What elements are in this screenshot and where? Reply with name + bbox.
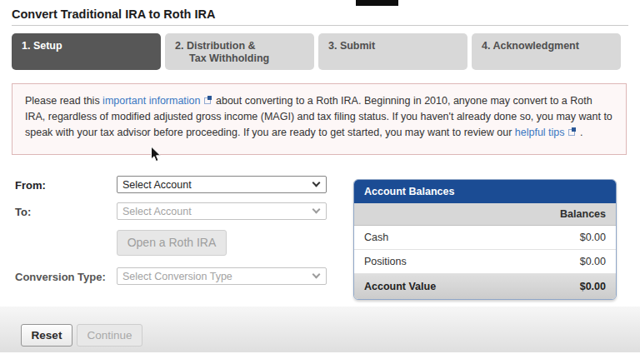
from-label: From: <box>15 179 46 192</box>
account-balances-title: Account Balances <box>354 180 616 203</box>
title-divider <box>12 25 628 26</box>
from-account-select[interactable]: Select Account <box>117 176 327 193</box>
to-account-selected-value: Select Account <box>122 206 192 217</box>
continue-button[interactable]: Continue <box>77 324 142 347</box>
account-value-row: Account Value $0.00 <box>354 274 616 299</box>
top-overlay-bar <box>356 0 398 6</box>
positions-label: Positions <box>364 256 407 267</box>
to-account-select[interactable]: Select Account <box>117 202 327 220</box>
from-account-selected-value: Select Account <box>122 179 192 191</box>
external-link-icon <box>568 129 575 136</box>
account-value-amount: $0.00 <box>580 281 606 292</box>
step-tabs: 1. Setup 2. Distribution & Tax Withholdi… <box>12 33 621 70</box>
reset-button[interactable]: Reset <box>21 324 72 347</box>
conversion-type-label: Conversion Type: <box>15 271 106 283</box>
tab-distribution-tax-withholding[interactable]: 2. Distribution & Tax Withholding <box>165 33 314 70</box>
conversion-type-selected-value: Select Conversion Type <box>122 271 232 282</box>
tab-distribution-label-line2: Tax Withholding <box>175 52 314 65</box>
tab-submit-label: 3. Submit <box>328 40 468 52</box>
tab-setup[interactable]: 1. Setup <box>12 33 161 70</box>
to-label: To: <box>15 206 31 218</box>
balances-column-header: Balances <box>354 203 616 226</box>
important-information-link[interactable]: important information <box>102 95 200 107</box>
helpful-tips-link[interactable]: helpful tips <box>515 127 565 138</box>
tab-submit[interactable]: 3. Submit <box>318 33 468 70</box>
table-row: Positions $0.00 <box>354 250 616 274</box>
notice-text: Please read this <box>25 95 102 107</box>
table-row: Cash $0.00 <box>354 226 616 250</box>
page-title: Convert Traditional IRA to Roth IRA <box>12 7 215 21</box>
tab-acknowledgment[interactable]: 4. Acknowledgment <box>472 33 621 70</box>
chevron-down-icon <box>312 179 321 187</box>
tab-setup-label: 1. Setup <box>22 40 161 52</box>
account-balances-panel: Account Balances Balances Cash $0.00 Pos… <box>353 179 617 300</box>
important-information-notice: Please read this important information a… <box>12 83 627 155</box>
cash-label: Cash <box>364 232 388 243</box>
cash-value: $0.00 <box>580 232 606 243</box>
chevron-down-icon <box>312 206 321 214</box>
positions-value: $0.00 <box>580 256 606 267</box>
external-link-icon <box>204 97 211 104</box>
mouse-cursor <box>150 146 162 163</box>
notice-text: . <box>578 127 583 138</box>
tab-distribution-label-line1: 2. Distribution & <box>175 40 314 52</box>
account-value-label: Account Value <box>364 281 436 292</box>
open-roth-ira-button[interactable]: Open a Roth IRA <box>117 230 227 256</box>
chevron-down-icon <box>312 271 321 279</box>
conversion-type-select[interactable]: Select Conversion Type <box>117 267 327 285</box>
tab-acknowledgment-label: 4. Acknowledgment <box>482 40 621 52</box>
